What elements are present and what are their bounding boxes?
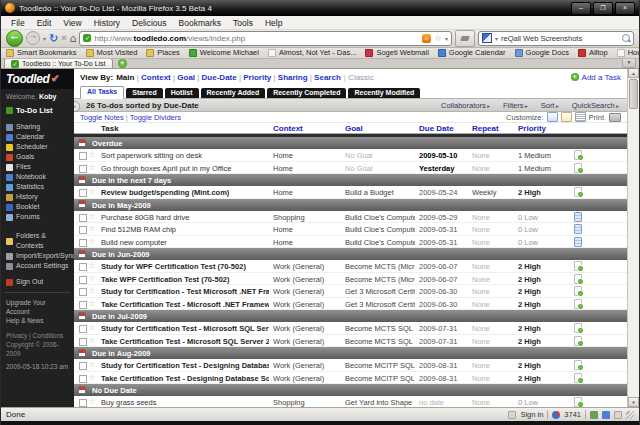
- viewby-link[interactable]: Priority: [237, 73, 272, 82]
- new-tab-button[interactable]: [118, 59, 127, 68]
- star-icon[interactable]: ☆: [89, 237, 96, 247]
- task-context[interactable]: Work (General): [273, 287, 339, 296]
- collapse-sidebar-button[interactable]: [74, 101, 80, 112]
- sidebar-item[interactable]: Notebook: [1, 172, 74, 182]
- task-title[interactable]: Go through boxes April put in my Office: [101, 164, 269, 173]
- task-title[interactable]: Purchase 80GB hard drive: [101, 213, 269, 222]
- column-header-priority[interactable]: Priority: [518, 124, 546, 133]
- task-goal[interactable]: Get Yard into Shape: [345, 398, 415, 407]
- star-icon[interactable]: ☆: [89, 299, 96, 309]
- task-priority[interactable]: 2 High: [518, 275, 566, 284]
- add-note-icon[interactable]: [574, 150, 582, 160]
- star-icon[interactable]: ☆: [89, 323, 96, 333]
- sidebar-item-todo-list[interactable]: To-Do List: [1, 102, 74, 119]
- note-icon[interactable]: [574, 237, 582, 247]
- task-due-date[interactable]: 2009-08-31: [419, 374, 467, 383]
- history-dropdown-icon[interactable]: ▾: [43, 35, 46, 42]
- toggle-dividers-link[interactable]: Toggle Dividers: [124, 113, 181, 122]
- add-note-icon[interactable]: [574, 397, 582, 407]
- task-repeat[interactable]: None: [472, 337, 514, 346]
- task-due-date[interactable]: 2009-06-07: [419, 275, 467, 284]
- task-priority[interactable]: 2 High: [518, 374, 566, 383]
- task-context[interactable]: Home: [273, 225, 339, 234]
- task-checkbox[interactable]: [79, 226, 87, 234]
- sidebar-item[interactable]: Forums: [1, 212, 74, 222]
- viewby-link[interactable]: Search: [308, 73, 341, 82]
- bookmark-item[interactable]: Most Visited: [86, 48, 138, 57]
- sidebar-item[interactable]: Account Settings: [1, 261, 74, 271]
- task-checkbox[interactable]: [79, 152, 87, 160]
- sync-icon[interactable]: [590, 411, 598, 419]
- bookmark-item[interactable]: Alltop: [578, 48, 608, 57]
- vertical-scrollbar[interactable]: [627, 68, 639, 407]
- task-repeat[interactable]: None: [472, 275, 514, 284]
- search-input[interactable]: reQall Web Screenshots: [501, 34, 619, 43]
- task-due-date[interactable]: 2009-06-07: [419, 262, 467, 271]
- task-checkbox[interactable]: [79, 362, 87, 370]
- task-goal[interactable]: Become MCITP SQL S: [345, 361, 415, 370]
- task-title[interactable]: Study for Certification Test - Microsoft…: [101, 324, 269, 333]
- task-goal[interactable]: Get 3 Microsoft Certific: [345, 300, 415, 309]
- column-header-goal[interactable]: Goal: [345, 124, 363, 133]
- task-due-date[interactable]: 2009-05-29: [419, 213, 467, 222]
- reload-button[interactable]: ↻: [49, 33, 58, 44]
- resize-grip[interactable]: [626, 411, 634, 419]
- star-icon[interactable]: ☆: [89, 187, 96, 197]
- task-repeat[interactable]: Weekly: [472, 188, 514, 197]
- task-due-date[interactable]: 2009-08-31: [419, 361, 467, 370]
- star-icon[interactable]: ☆: [89, 373, 96, 383]
- add-note-icon[interactable]: [574, 336, 582, 346]
- bookmark-item[interactable]: Places: [146, 48, 180, 57]
- task-repeat[interactable]: None: [472, 361, 514, 370]
- star-icon[interactable]: ☆: [89, 224, 96, 234]
- task-repeat[interactable]: None: [472, 300, 514, 309]
- task-due-date[interactable]: no date: [419, 398, 467, 407]
- task-priority[interactable]: 1 Medium: [518, 164, 566, 173]
- task-view-tab[interactable]: Starred: [126, 88, 163, 98]
- toodledo-logo[interactable]: Toodled ✔: [1, 68, 74, 89]
- sign-in-button[interactable]: Sign in: [520, 410, 543, 419]
- task-due-date[interactable]: 2009-05-31: [419, 238, 467, 247]
- sidebar-item[interactable]: Files: [1, 162, 74, 172]
- task-due-date[interactable]: 2009-05-31: [419, 225, 467, 234]
- viewby-link[interactable]: Due-Date: [195, 73, 237, 82]
- stop-button[interactable]: ×: [61, 33, 66, 43]
- column-header-context[interactable]: Context: [273, 124, 303, 133]
- search-engine-icon[interactable]: [482, 33, 492, 43]
- task-priority[interactable]: 2 High: [518, 287, 566, 296]
- menu-item[interactable]: Edit: [31, 18, 58, 28]
- scrollbar-thumb[interactable]: [629, 79, 638, 109]
- add-note-icon[interactable]: [574, 323, 582, 333]
- title-bar[interactable]: Toodledo :: Your To-Do List - Mozilla Fi…: [1, 0, 639, 16]
- menu-item[interactable]: Tools: [227, 18, 259, 28]
- task-context[interactable]: Work (General): [273, 374, 339, 383]
- task-view-tab[interactable]: Recently Modified: [348, 88, 420, 98]
- task-goal[interactable]: No Goal: [345, 151, 415, 160]
- task-goal[interactable]: Build Cloe's Computer: [345, 213, 415, 222]
- task-context[interactable]: Work (General): [273, 262, 339, 271]
- task-title[interactable]: Sort paperwork sitting on desk: [101, 151, 269, 160]
- search-engine-dropdown-icon[interactable]: ▾: [495, 35, 498, 42]
- task-context[interactable]: Work (General): [273, 324, 339, 333]
- task-title[interactable]: Study for WPF Certification Test (70-502…: [101, 262, 269, 271]
- task-repeat[interactable]: None: [472, 324, 514, 333]
- bookmark-item[interactable]: Google Docs: [515, 48, 569, 57]
- task-priority[interactable]: 0 Low: [518, 213, 566, 222]
- maximize-button[interactable]: [593, 2, 613, 15]
- column-header-task[interactable]: Task: [101, 124, 119, 133]
- task-checkbox[interactable]: [79, 288, 87, 296]
- task-checkbox[interactable]: [79, 399, 87, 407]
- task-due-date[interactable]: 2009-07-31: [419, 324, 467, 333]
- bookmark-item[interactable]: Houston - SSRS 2008...: [617, 48, 639, 57]
- task-priority[interactable]: 2 High: [518, 324, 566, 333]
- task-goal[interactable]: Become MCTS (Micros: [345, 275, 415, 284]
- task-title[interactable]: Buy grass seeds: [101, 398, 269, 407]
- task-priority[interactable]: 2 High: [518, 188, 566, 197]
- task-title[interactable]: Find 512MB RAM chip: [101, 225, 269, 234]
- url-bar[interactable]: http://www.toodledo.com/views/index.php …: [79, 31, 452, 46]
- menu-item[interactable]: History: [88, 18, 126, 28]
- task-view-tab[interactable]: Recently Added: [201, 88, 266, 98]
- task-goal[interactable]: Become MCTS (Micros: [345, 262, 415, 271]
- task-repeat[interactable]: None: [472, 225, 514, 234]
- task-context[interactable]: Home: [273, 164, 339, 173]
